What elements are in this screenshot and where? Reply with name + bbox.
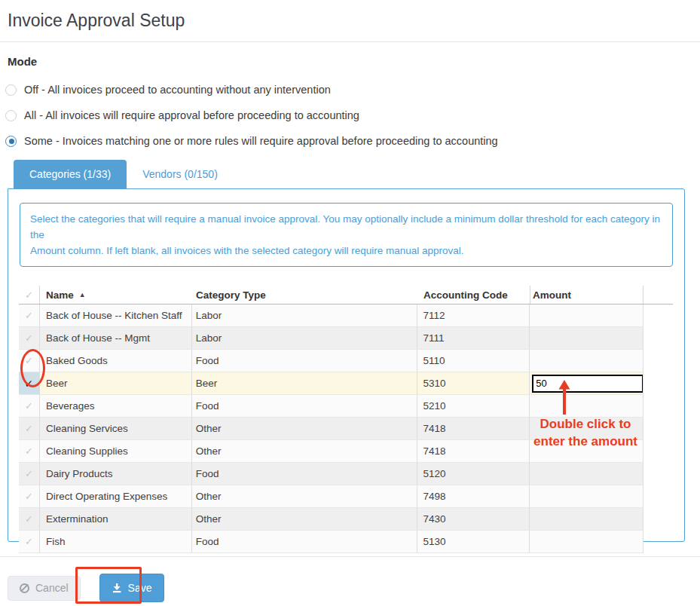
- row-checkbox[interactable]: ✓: [19, 327, 40, 349]
- header-accounting-code[interactable]: Accounting Code: [418, 286, 530, 304]
- table-header: ✓ Name ▲ Category Type Accounting Code A…: [19, 286, 673, 305]
- radio-option-off[interactable]: Off - All invoices proceed to accounting…: [0, 77, 700, 103]
- cell-amount[interactable]: [530, 372, 643, 394]
- cell-accounting-code: 5120: [417, 463, 530, 485]
- cell-accounting-code: 7112: [417, 305, 530, 326]
- row-checkbox[interactable]: ✓: [19, 485, 40, 507]
- cell-name: Cleaning Supplies: [40, 440, 192, 462]
- checkmark-icon: ✓: [25, 332, 33, 344]
- tab-bar: Categories (1/33) Vendors (0/150): [14, 160, 700, 188]
- checkmark-icon: ✓: [25, 289, 33, 301]
- cell-amount[interactable]: [530, 395, 643, 417]
- row-checkbox[interactable]: ✓: [19, 463, 40, 485]
- cancel-button[interactable]: Cancel: [8, 576, 81, 601]
- cell-amount[interactable]: [530, 327, 643, 349]
- table-row[interactable]: ✓Back of House -- MgmtLabor7111: [19, 327, 643, 350]
- cell-amount[interactable]: [530, 418, 643, 439]
- radio-option-some[interactable]: Some - Invoices matching one or more rul…: [0, 128, 700, 154]
- row-checkbox[interactable]: ✓: [19, 350, 40, 372]
- info-message-line1: Select the categories that will require …: [30, 211, 662, 243]
- header-amount[interactable]: Amount: [530, 286, 643, 304]
- table-row[interactable]: ✓Direct Operating ExpensesOther7498: [19, 485, 643, 508]
- save-button[interactable]: Save: [99, 574, 164, 602]
- info-message: Select the categories that will require …: [20, 203, 673, 267]
- cell-name: Dairy Products: [40, 463, 192, 485]
- checkmark-icon: ✓: [25, 491, 33, 502]
- cell-category-type: Other: [192, 418, 418, 439]
- radio-all-label: All - All invoices will require approval…: [24, 109, 359, 121]
- cell-category-type: Food: [192, 395, 418, 417]
- cancel-circle-icon: [20, 583, 29, 593]
- checkmark-icon: ✓: [25, 310, 33, 321]
- row-checkbox[interactable]: ✓: [19, 418, 40, 439]
- cell-amount[interactable]: [530, 350, 643, 372]
- checkmark-icon: ✓: [25, 468, 33, 479]
- table-row[interactable]: ✓ExterminationOther7430: [19, 508, 643, 531]
- checkmark-icon: ✓: [25, 445, 33, 457]
- header-divider: [0, 41, 700, 42]
- cell-amount[interactable]: [530, 508, 643, 530]
- table-row[interactable]: ✓Cleaning SuppliesOther7418: [19, 440, 643, 463]
- sort-ascending-icon: ▲: [79, 291, 86, 298]
- radio-off-icon[interactable]: [5, 84, 17, 96]
- table-row[interactable]: ✓BeveragesFood5210: [19, 395, 643, 418]
- table-row[interactable]: ✓Back of House -- Kitchen StaffLabor7112: [19, 305, 643, 327]
- row-checkbox[interactable]: ✓: [19, 508, 40, 530]
- checkmark-icon: ✓: [25, 378, 34, 390]
- amount-input[interactable]: [532, 375, 643, 393]
- cell-amount[interactable]: [530, 531, 643, 552]
- cell-name: Extermination: [40, 508, 192, 530]
- cell-amount[interactable]: [530, 463, 643, 485]
- row-checkbox[interactable]: ✓: [19, 305, 40, 326]
- cell-category-type: Food: [192, 531, 418, 552]
- cell-name: Beer: [40, 372, 192, 394]
- mode-radio-group: Off - All invoices proceed to accounting…: [0, 77, 700, 154]
- cell-name: Beverages: [40, 395, 192, 417]
- table-row[interactable]: ✓BeerBeer5310: [19, 372, 643, 395]
- cell-amount[interactable]: [530, 440, 643, 462]
- checkmark-icon: ✓: [25, 423, 33, 434]
- cell-accounting-code: 7418: [417, 418, 530, 439]
- footer-actions: Cancel Save: [0, 557, 700, 602]
- cell-category-type: Labor: [192, 327, 418, 349]
- cell-category-type: Labor: [192, 305, 418, 326]
- mode-label: Mode: [8, 55, 700, 68]
- row-checkbox-checked[interactable]: ✓: [19, 372, 40, 394]
- row-checkbox[interactable]: ✓: [19, 531, 40, 552]
- cell-category-type: Beer: [192, 372, 418, 394]
- row-checkbox[interactable]: ✓: [19, 440, 40, 462]
- table-body: ✓Back of House -- Kitchen StaffLabor7112…: [19, 305, 643, 553]
- cell-name: Back of House -- Kitchen Staff: [40, 305, 192, 326]
- cell-accounting-code: 7430: [417, 508, 530, 530]
- radio-option-all[interactable]: All - All invoices will require approval…: [0, 103, 700, 128]
- cancel-button-label: Cancel: [35, 582, 69, 594]
- header-checkbox-column[interactable]: ✓: [19, 286, 40, 304]
- download-icon: [112, 583, 122, 593]
- cell-name: Fish: [40, 531, 192, 552]
- header-name[interactable]: Name ▲: [40, 286, 192, 304]
- cell-category-type: Other: [192, 440, 418, 462]
- checkmark-icon: ✓: [25, 355, 33, 366]
- table-row[interactable]: ✓Cleaning ServicesOther7418: [19, 418, 643, 440]
- radio-some-icon-selected[interactable]: [5, 136, 17, 147]
- cell-category-type: Other: [192, 508, 418, 530]
- cell-accounting-code: 5210: [417, 395, 530, 417]
- table-row[interactable]: ✓Baked GoodsFood5110: [19, 350, 643, 372]
- page-title: Invoice Approval Setup: [0, 0, 700, 32]
- cell-amount[interactable]: [530, 305, 643, 326]
- row-checkbox[interactable]: ✓: [19, 395, 40, 417]
- cell-accounting-code: 7418: [417, 440, 530, 462]
- table-row[interactable]: ✓FishFood5130: [19, 531, 643, 553]
- tab-vendors[interactable]: Vendors (0/150): [127, 160, 234, 188]
- checkmark-icon: ✓: [25, 400, 33, 412]
- cell-accounting-code: 7111: [417, 327, 530, 349]
- categories-table: ✓ Name ▲ Category Type Accounting Code A…: [19, 286, 684, 553]
- radio-all-icon[interactable]: [5, 110, 17, 121]
- tab-categories[interactable]: Categories (1/33): [14, 160, 127, 188]
- cell-accounting-code: 7498: [417, 485, 530, 507]
- header-filler: [643, 286, 673, 304]
- header-category-type[interactable]: Category Type: [192, 286, 418, 304]
- checkmark-icon: ✓: [25, 536, 33, 547]
- cell-amount[interactable]: [530, 485, 643, 507]
- table-row[interactable]: ✓Dairy ProductsFood5120: [19, 463, 643, 485]
